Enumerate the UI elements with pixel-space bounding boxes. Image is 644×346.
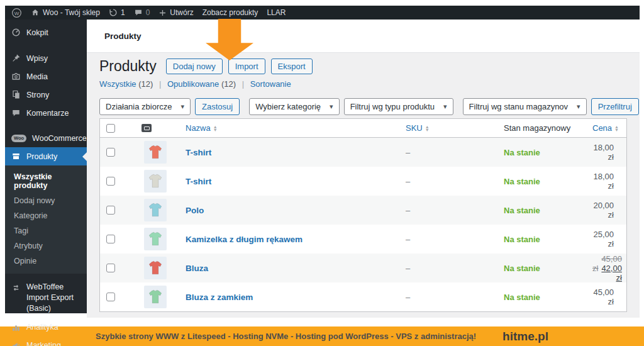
export-button[interactable]: Eksport bbox=[271, 59, 313, 74]
sync-icon bbox=[11, 283, 21, 293]
site-name-link[interactable]: Woo - Twój sklep bbox=[31, 8, 100, 17]
sidebar-item-produkty[interactable]: Produkty bbox=[5, 147, 87, 165]
sidebar-item-analityka[interactable]: Analityka bbox=[5, 318, 87, 337]
product-name-link[interactable]: Bluza z zamkiem bbox=[186, 293, 253, 302]
sidebar-item-strony[interactable]: Strony bbox=[5, 86, 87, 104]
products-table: Nazwa ▲▼ SKU ▲▼ Stan magazynowy Cena ▲▼ … bbox=[99, 118, 627, 312]
row-checkbox[interactable] bbox=[106, 264, 115, 272]
product-sku: – bbox=[382, 206, 476, 215]
product-row: T-shirt–Na stanie18,00 zł bbox=[100, 138, 626, 167]
sidebar-item-komentarze[interactable]: Komentarze bbox=[5, 104, 87, 122]
chevron-down-icon: ▾ bbox=[330, 103, 333, 111]
product-name-link[interactable]: Polo bbox=[186, 206, 204, 215]
product-row: Bluza z zamkiem–Na stanie45,00 zł bbox=[100, 282, 626, 311]
admin-bar: W Woo - Twój sklep 1 0 Utwórz Zobacz pro… bbox=[5, 6, 640, 20]
sidebar-item-kokpit[interactable]: Kokpit bbox=[5, 23, 87, 42]
product-price: 18,00 zł bbox=[592, 172, 626, 191]
comments-indicator[interactable]: 0 bbox=[134, 8, 150, 17]
product-thumbnail[interactable] bbox=[144, 170, 167, 193]
image-column-icon bbox=[142, 124, 152, 132]
stock-status-badge: Na stanie bbox=[504, 235, 540, 244]
stock-status-filter-select[interactable]: Filtruj wg stanu magazynov ▾ bbox=[463, 98, 587, 115]
product-price: 20,00 zł bbox=[592, 201, 626, 220]
submenu-opinie[interactable]: Opinie bbox=[5, 254, 87, 269]
row-checkbox[interactable] bbox=[106, 293, 115, 301]
stock-status-badge: Na stanie bbox=[504, 148, 540, 157]
submenu-wszystkie-produkty[interactable]: Wszystkie produkty bbox=[5, 169, 87, 193]
product-thumbnail[interactable] bbox=[144, 199, 167, 221]
pin-icon bbox=[11, 53, 21, 63]
stock-status-badge: Na stanie bbox=[504, 264, 540, 273]
breadcrumb: Produkty bbox=[104, 31, 142, 41]
shirt-icon bbox=[147, 260, 164, 276]
footer-brand-logo: hitme.pl bbox=[502, 330, 548, 343]
import-button[interactable]: Import bbox=[228, 59, 265, 74]
sidebar-item-marketing[interactable]: Marketing bbox=[5, 337, 87, 346]
stock-column-header: Stan magazynowy bbox=[476, 123, 592, 133]
category-filter-select[interactable]: Wybierz kategorię ▾ bbox=[249, 98, 339, 115]
view-published-link[interactable]: Opublikowane bbox=[167, 79, 219, 89]
row-checkbox[interactable] bbox=[106, 206, 115, 215]
comment-icon bbox=[134, 8, 143, 17]
product-price: 18,00 zł bbox=[592, 143, 626, 162]
product-name-link[interactable]: T-shirt bbox=[186, 177, 211, 186]
sidebar-item-woocommerce[interactable]: Woo WooCommerce bbox=[5, 130, 87, 147]
sort-icon: ▲▼ bbox=[614, 125, 619, 131]
product-name-link[interactable]: Kamizelka z długim rękawem bbox=[186, 235, 303, 244]
apply-button[interactable]: Zastosuj bbox=[195, 98, 240, 115]
updates-indicator[interactable]: 1 bbox=[109, 8, 125, 17]
product-sku: – bbox=[382, 235, 476, 244]
row-checkbox[interactable] bbox=[106, 235, 115, 243]
submenu-atrybuty[interactable]: Atrybuty bbox=[5, 238, 87, 254]
add-new-button[interactable]: Dodaj nowy bbox=[166, 59, 223, 74]
row-checkbox[interactable] bbox=[106, 148, 115, 157]
shirt-icon bbox=[147, 144, 164, 160]
page-title: Produkty bbox=[99, 58, 157, 75]
plus-icon bbox=[158, 9, 167, 17]
view-sorting-link[interactable]: Sortowanie bbox=[250, 79, 291, 89]
product-row: Polo–Na stanie20,00 zł bbox=[100, 196, 626, 225]
box-icon bbox=[11, 152, 21, 161]
sidebar-item-media[interactable]: Media bbox=[5, 67, 87, 86]
product-name-link[interactable]: Bluza bbox=[186, 264, 208, 273]
sort-by-name-header[interactable]: Nazwa ▲▼ bbox=[168, 123, 382, 133]
sort-by-sku-header[interactable]: SKU ▲▼ bbox=[382, 123, 476, 133]
sidebar-item-webtoffee[interactable]: WebToffee Import Export (Basic) bbox=[5, 277, 87, 318]
product-thumbnail[interactable] bbox=[144, 228, 167, 250]
chevron-down-icon: ▾ bbox=[181, 103, 185, 111]
table-header-row: Nazwa ▲▼ SKU ▲▼ Stan magazynowy Cena ▲▼ bbox=[100, 119, 626, 138]
bulk-actions-select[interactable]: Działania zbiorcze ▾ bbox=[99, 98, 191, 115]
list-views: Wszystkie (12) | Opublikowane (12) | Sor… bbox=[99, 79, 627, 89]
stock-status-badge: Na stanie bbox=[504, 177, 540, 186]
chevron-down-icon: ▾ bbox=[443, 103, 447, 111]
select-all-checkbox[interactable] bbox=[106, 124, 115, 133]
product-sku: – bbox=[382, 177, 476, 186]
shirt-icon bbox=[147, 173, 164, 189]
stock-status-badge: Na stanie bbox=[504, 293, 540, 302]
wordpress-logo-icon[interactable]: W bbox=[11, 8, 22, 18]
product-thumbnail[interactable] bbox=[144, 141, 167, 164]
shirt-icon bbox=[147, 289, 164, 305]
product-sku: – bbox=[382, 148, 476, 157]
user-account-link[interactable]: LLAR bbox=[267, 8, 286, 17]
product-row: Bluza–Na stanie45,00 zł42,00 zł bbox=[100, 254, 626, 282]
view-all-link[interactable]: Wszystkie bbox=[99, 79, 136, 89]
submenu-dodaj-nowy[interactable]: Dodaj nowy bbox=[5, 193, 87, 208]
product-thumbnail[interactable] bbox=[144, 286, 167, 308]
svg-text:W: W bbox=[14, 10, 19, 16]
filter-button[interactable]: Przefiltruj bbox=[591, 98, 639, 115]
product-price: 45,00 zł bbox=[592, 287, 626, 306]
row-checkbox[interactable] bbox=[106, 177, 115, 186]
product-type-filter-select[interactable]: Filtruj wg typu produktu ▾ bbox=[344, 98, 453, 115]
product-price: 25,00 zł bbox=[592, 230, 626, 248]
sort-icon: ▲▼ bbox=[425, 125, 430, 131]
submenu-tagi[interactable]: Tagi bbox=[5, 223, 87, 238]
new-content-button[interactable]: Utwórz bbox=[158, 8, 193, 17]
sidebar-item-wpisy[interactable]: Wpisy bbox=[5, 49, 87, 67]
sort-by-price-header[interactable]: Cena ▲▼ bbox=[592, 123, 631, 133]
view-products-link[interactable]: Zobacz produkty bbox=[203, 8, 258, 17]
product-name-link[interactable]: T-shirt bbox=[186, 148, 211, 157]
product-thumbnail[interactable] bbox=[144, 257, 167, 279]
shirt-icon bbox=[147, 231, 164, 247]
submenu-kategorie[interactable]: Kategorie bbox=[5, 208, 87, 223]
